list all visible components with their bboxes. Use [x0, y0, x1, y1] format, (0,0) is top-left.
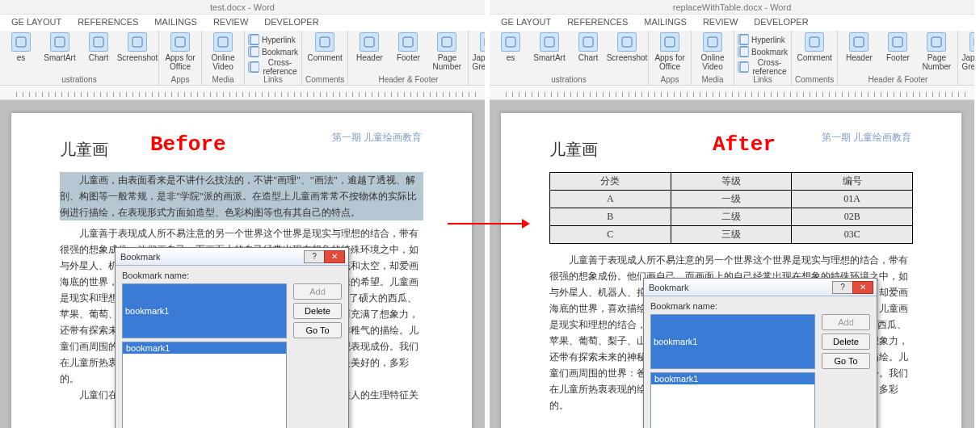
bookmark-name-input[interactable]	[122, 283, 287, 338]
table-cell[interactable]: A	[550, 191, 671, 208]
list-item[interactable]: bookmark1	[651, 373, 814, 384]
svg-rect-4	[175, 37, 185, 47]
ribbon-btn[interactable]: Header	[841, 32, 877, 62]
page-icon	[888, 32, 907, 52]
add-button[interactable]: Add	[293, 283, 342, 300]
tab-developer[interactable]: DEVELOPER	[256, 15, 326, 31]
table-cell[interactable]: 二级	[671, 208, 792, 226]
help-icon[interactable]: ?	[832, 281, 853, 294]
ribbon-group-illustrations: esSmartArtChartScreenshotustrations	[0, 31, 159, 85]
svg-rect-2	[94, 37, 103, 47]
table-cell[interactable]: 编号	[792, 173, 913, 191]
comment-icon	[805, 32, 824, 52]
goto-button[interactable]: Go To	[293, 322, 342, 338]
ribbon-btn[interactable]: SmartArt	[42, 32, 78, 62]
ribbon-btn[interactable]: Apps forOffice	[162, 32, 198, 71]
svg-rect-5	[218, 37, 228, 47]
add-button[interactable]: Add	[822, 314, 870, 330]
ribbon-btn[interactable]: PageNumber	[429, 32, 465, 71]
tab-review[interactable]: REVIEW	[205, 15, 256, 31]
shape-icon	[128, 32, 147, 52]
ribbon-btn[interactable]: OnlineVideo	[695, 32, 730, 71]
table-cell[interactable]: 01A	[792, 191, 913, 208]
tab-pagelayout[interactable]: GE LAYOUT	[493, 15, 559, 31]
ribbon-btn[interactable]: JapaneseGreetings	[472, 32, 485, 71]
shape-icon	[11, 32, 31, 52]
shape-icon	[89, 32, 108, 52]
bookmark-dialog[interactable]: Bookmark ? ✕ Bookmark name: Add Delete G…	[115, 247, 349, 428]
ribbon-group-comments: CommentComments	[302, 31, 348, 85]
ribbon-group-comments: CommentComments	[792, 31, 838, 85]
ribbon-btn[interactable]: Comment	[307, 32, 343, 62]
ribbon-btn[interactable]: PageNumber	[919, 32, 954, 71]
close-icon[interactable]: ✕	[324, 250, 345, 263]
table-cell[interactable]: 三级	[671, 226, 792, 244]
table-cell[interactable]: B	[550, 208, 671, 226]
delete-button[interactable]: Delete	[293, 303, 342, 319]
ribbon-btn[interactable]: Cross-reference	[248, 58, 298, 76]
ribbon-btn[interactable]: Bookmark	[248, 46, 298, 57]
ribbon-btn[interactable]: Screenshot	[609, 32, 645, 62]
table-cell[interactable]: 一级	[671, 191, 792, 208]
ribbon-group-text: JapaneseGreetingsTextBoxQuick ParWordArt…	[958, 31, 974, 85]
ribbon-btn[interactable]: es	[3, 32, 39, 62]
ribbon-btn[interactable]: Cross-reference	[738, 58, 788, 76]
tab-review[interactable]: REVIEW	[695, 15, 746, 31]
link-icon	[248, 46, 259, 57]
svg-rect-8	[250, 62, 259, 72]
tab-developer[interactable]: DEVELOPER	[746, 15, 816, 31]
ribbon-btn[interactable]: Screenshot	[120, 32, 155, 62]
ribbon-btn[interactable]: Hyperlink	[248, 34, 298, 45]
svg-rect-30	[932, 37, 941, 47]
ribbon-btn[interactable]: Apps forOffice	[652, 32, 688, 71]
svg-rect-12	[442, 37, 452, 47]
help-icon[interactable]: ?	[304, 250, 325, 263]
selected-paragraph[interactable]: 儿童画，由表面看来是不讲什么技法的，不讲"画理"、"画法"，逾越了透视、解剖、构…	[60, 172, 423, 220]
tab-references[interactable]: REFERENCES	[69, 15, 146, 31]
goto-button[interactable]: Go To	[822, 353, 870, 369]
ribbon-btn[interactable]: OnlineVideo	[205, 32, 241, 71]
ribbon-btn[interactable]: Footer	[390, 32, 426, 62]
page-header-right: 第一期 儿童绘画教育	[332, 131, 422, 145]
tab-mailings[interactable]: MAILINGS	[146, 15, 205, 31]
bookmark-dialog[interactable]: Bookmark ? ✕ Bookmark name: Add Delete G…	[643, 278, 877, 428]
table-cell[interactable]: 分类	[550, 173, 671, 191]
ribbon-btn[interactable]: Header	[351, 32, 387, 62]
svg-rect-29	[893, 37, 902, 47]
word-window-after: replaceWithTable.docx - Word GE LAYOUT R…	[490, 0, 974, 428]
bookmark-name-input[interactable]	[650, 314, 815, 369]
ribbon: esSmartArtChartScreenshotustrationsApps …	[490, 31, 974, 86]
close-icon[interactable]: ✕	[852, 281, 873, 294]
svg-rect-7	[250, 47, 259, 57]
tab-pagelayout[interactable]: GE LAYOUT	[3, 15, 69, 31]
table-cell[interactable]: 等级	[671, 173, 792, 191]
annotation-after: After	[713, 132, 776, 157]
inserted-table[interactable]: 分类 等级 编号 A 一级 01A B 二级 02B C 三级 03C	[549, 172, 913, 244]
link-icon	[248, 34, 259, 45]
bookmark-list[interactable]: bookmark1	[122, 342, 287, 428]
ribbon-btn[interactable]: Comment	[797, 32, 832, 62]
tab-references[interactable]: REFERENCES	[559, 15, 636, 31]
table-row: C 三级 03C	[550, 226, 913, 244]
title-bar: test.docx - Word	[0, 0, 485, 15]
ribbon-btn[interactable]: Hyperlink	[738, 34, 788, 45]
delete-button[interactable]: Delete	[822, 334, 870, 350]
svg-rect-9	[320, 37, 330, 47]
ribbon-btn[interactable]: JapaneseGreetings	[961, 32, 974, 71]
list-item[interactable]: bookmark1	[123, 342, 286, 354]
table-cell[interactable]: 03C	[792, 226, 913, 244]
ribbon-btn[interactable]: es	[493, 32, 528, 62]
svg-rect-25	[740, 47, 748, 57]
link-icon	[738, 46, 749, 57]
page-icon	[927, 32, 946, 52]
ribbon-btn[interactable]: Chart	[81, 32, 116, 62]
table-cell[interactable]: 02B	[792, 208, 913, 226]
ribbon-btn[interactable]: Chart	[570, 32, 606, 62]
word-window-before: test.docx - Word GE LAYOUT REFERENCES MA…	[0, 0, 485, 428]
ribbon-btn[interactable]: Footer	[880, 32, 915, 62]
table-cell[interactable]: C	[550, 226, 671, 244]
tab-mailings[interactable]: MAILINGS	[636, 15, 695, 31]
ribbon-btn[interactable]: Bookmark	[738, 46, 788, 57]
bookmark-list[interactable]: bookmark1	[650, 372, 815, 428]
ribbon-btn[interactable]: SmartArt	[532, 32, 567, 62]
